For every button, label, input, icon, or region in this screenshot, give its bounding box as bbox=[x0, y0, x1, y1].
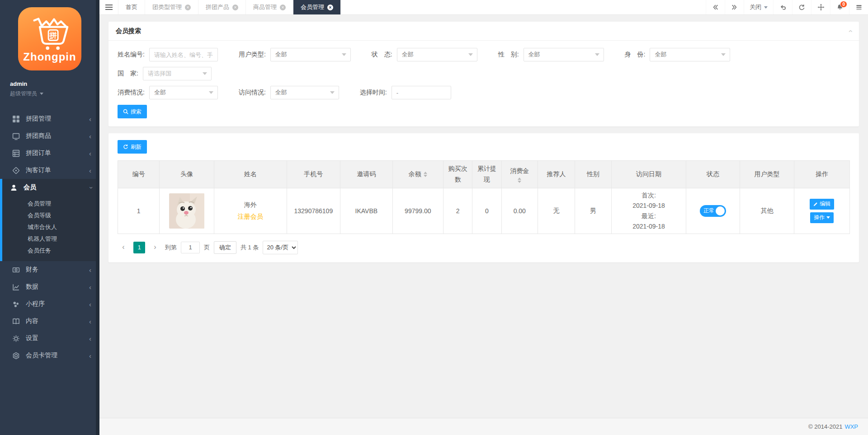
tab-group-type-manage[interactable]: 团类型管理 × bbox=[145, 0, 198, 14]
close-icon[interactable]: × bbox=[185, 5, 191, 10]
sidebar-item-taoke-orders[interactable]: 淘客订单 ‹ bbox=[0, 162, 99, 179]
sidebar-item-group-orders[interactable]: 拼团订单 ‹ bbox=[0, 145, 99, 162]
close-icon[interactable]: × bbox=[232, 5, 238, 10]
refresh-icon bbox=[798, 4, 805, 11]
panel-title: 会员搜索 bbox=[116, 27, 141, 35]
footer-link[interactable]: WXP bbox=[844, 423, 858, 430]
search-form-row-1: 姓名编号: 用户类型: 全部 状 态: 全部 性 别: bbox=[118, 48, 850, 61]
chevron-left-icon: ‹ bbox=[89, 335, 91, 342]
prev-page-button[interactable]: ‹ bbox=[118, 242, 129, 253]
caret-down-icon bbox=[826, 216, 830, 219]
name-label: 姓名编号: bbox=[118, 51, 145, 59]
avatar bbox=[169, 193, 204, 229]
menu-toggle-button[interactable] bbox=[99, 0, 118, 14]
chevron-left-icon: ‹ bbox=[89, 283, 91, 291]
sidebar-item-robot-manage[interactable]: 机器人管理 bbox=[2, 233, 99, 245]
sort-balance-icon[interactable] bbox=[424, 172, 427, 177]
scroll-tabs-right-button[interactable] bbox=[725, 0, 744, 14]
sidebar-item-content[interactable]: 内容 ‹ bbox=[0, 313, 99, 330]
member-tag[interactable]: 注册会员 bbox=[216, 213, 285, 221]
refresh-page-button[interactable] bbox=[792, 0, 811, 14]
status-toggle[interactable]: 正常 bbox=[700, 205, 726, 217]
sort-consume-icon[interactable] bbox=[518, 178, 521, 183]
user-type-select[interactable]: 全部 bbox=[270, 48, 351, 61]
table-panel-body: 刷新 编号 头像 姓名 手机号 bbox=[108, 133, 859, 262]
tab-goods-manage[interactable]: 商品管理 × bbox=[246, 0, 293, 14]
chevron-left-icon: ‹ bbox=[89, 115, 91, 123]
sidebar-item-finance[interactable]: 财务 ‹ bbox=[0, 261, 99, 278]
consume-select[interactable]: 全部 bbox=[149, 86, 218, 99]
col-avatar: 头像 bbox=[160, 161, 214, 188]
sidebar-item-member-level[interactable]: 会员等级 bbox=[2, 210, 99, 221]
sidebar-item-miniapp[interactable]: 小程序 ‹ bbox=[0, 295, 99, 313]
sidebar-item-member-task[interactable]: 会员任务 bbox=[2, 245, 99, 257]
sidebar-item-member[interactable]: 会员 ‹ bbox=[2, 179, 99, 196]
layers-list-icon bbox=[855, 4, 863, 11]
next-page-button[interactable]: › bbox=[149, 242, 161, 253]
chevron-left-icon: ‹ bbox=[89, 318, 91, 325]
search-button[interactable]: 搜索 bbox=[118, 105, 147, 118]
close-tabs-dropdown[interactable]: 关闭 bbox=[744, 0, 773, 14]
time-range-input[interactable] bbox=[392, 86, 451, 99]
tab-bar: 首页 团类型管理 × 拼团产品 × 商品管理 × 会员管理 × bbox=[99, 0, 868, 15]
tab-group-product[interactable]: 拼团产品 × bbox=[198, 0, 246, 14]
goto-confirm-button[interactable]: 确定 bbox=[214, 241, 236, 254]
col-phone: 手机号 bbox=[287, 161, 340, 188]
search-form: 姓名编号: 用户类型: 全部 状 态: 全部 性 别: bbox=[108, 41, 859, 126]
status-field-group: 状 态: 全部 bbox=[372, 48, 477, 61]
back-button[interactable] bbox=[773, 0, 792, 14]
country-field-group: 国 家: 请选择国 bbox=[118, 67, 212, 80]
move-icon bbox=[817, 4, 825, 11]
consume-field-group: 消费情况: 全部 bbox=[118, 86, 218, 99]
total-count-label: 共 1 条 bbox=[241, 243, 259, 252]
visit-select[interactable]: 全部 bbox=[270, 86, 339, 99]
cell-total-withdraw: 0 bbox=[472, 188, 501, 234]
fullscreen-button[interactable] bbox=[811, 0, 830, 14]
undo-arrow-icon bbox=[779, 4, 787, 11]
current-page[interactable]: 1 bbox=[133, 242, 145, 253]
col-user-type: 用户类型 bbox=[740, 161, 794, 188]
goto-page-input[interactable] bbox=[181, 242, 200, 253]
status-select[interactable]: 全部 bbox=[397, 48, 477, 61]
per-page-select[interactable]: 20 条/页 bbox=[263, 241, 298, 254]
refresh-button[interactable]: 刷新 bbox=[118, 140, 147, 154]
close-icon[interactable]: × bbox=[327, 5, 333, 10]
sidebar-item-data[interactable]: 数据 ‹ bbox=[0, 278, 99, 295]
col-invite-code: 邀请码 bbox=[340, 161, 392, 188]
chevron-down-icon bbox=[595, 53, 599, 56]
notifications-button[interactable]: 0 bbox=[830, 0, 849, 14]
tab-member-manage[interactable]: 会员管理 × bbox=[293, 0, 341, 14]
search-form-row-2: 国 家: 请选择国 bbox=[118, 67, 850, 80]
gender-select[interactable]: 全部 bbox=[524, 48, 604, 61]
sidebar-item-group-goods[interactable]: 拼团商品 ‹ bbox=[0, 127, 99, 145]
col-consume-gold: 消费金 bbox=[501, 161, 538, 188]
members-table: 编号 头像 姓名 手机号 邀请码 余额 购买次数 累计提现 消费金 推荐人 性别 bbox=[118, 160, 850, 234]
double-chevron-right-icon bbox=[731, 4, 738, 10]
gender-label: 性 别: bbox=[498, 51, 519, 59]
user-type-field-group: 用户类型: 全部 bbox=[239, 48, 351, 61]
close-icon[interactable]: × bbox=[280, 5, 286, 10]
pagination: ‹ 1 › 到第 页 确定 共 1 条 20 条/页 bbox=[118, 241, 850, 254]
sidebar-item-member-manage[interactable]: 会员管理 bbox=[2, 198, 99, 210]
notification-badge: 0 bbox=[840, 1, 847, 8]
sidebar-item-member-card[interactable]: 会员卡管理 ‹ bbox=[0, 347, 99, 364]
user-role-dropdown[interactable]: 超级管理员 bbox=[10, 90, 99, 98]
hamburger-icon bbox=[105, 5, 113, 10]
collapse-panel-icon[interactable]: ‹ bbox=[846, 30, 854, 32]
country-select[interactable]: 请选择国 bbox=[143, 67, 212, 80]
identity-select[interactable]: 全部 bbox=[650, 48, 730, 61]
table-header-row: 编号 头像 姓名 手机号 邀请码 余额 购买次数 累计提现 消费金 推荐人 性别 bbox=[118, 161, 850, 188]
edit-button[interactable]: 编辑 bbox=[810, 199, 834, 210]
sidebar-scrollbar-track[interactable] bbox=[96, 0, 99, 435]
theme-settings-button[interactable] bbox=[849, 0, 868, 14]
scroll-tabs-left-button[interactable] bbox=[706, 0, 725, 14]
name-search-input[interactable] bbox=[149, 48, 218, 61]
sidebar-item-group-manage[interactable]: 拼团管理 ‹ bbox=[0, 110, 99, 127]
tab-home[interactable]: 首页 bbox=[118, 0, 145, 14]
cell-visit-date: 首次: 2021-09-18 最近: 2021-09-18 bbox=[611, 188, 686, 234]
search-panel-header: 会员搜索 ‹ bbox=[108, 22, 859, 41]
action-dropdown-button[interactable]: 操作 bbox=[810, 212, 834, 223]
sidebar-item-settings[interactable]: 设置 ‹ bbox=[0, 330, 99, 347]
chevron-left-icon: ‹ bbox=[89, 352, 91, 360]
sidebar-item-city-partner[interactable]: 城市合伙人 bbox=[2, 221, 99, 233]
